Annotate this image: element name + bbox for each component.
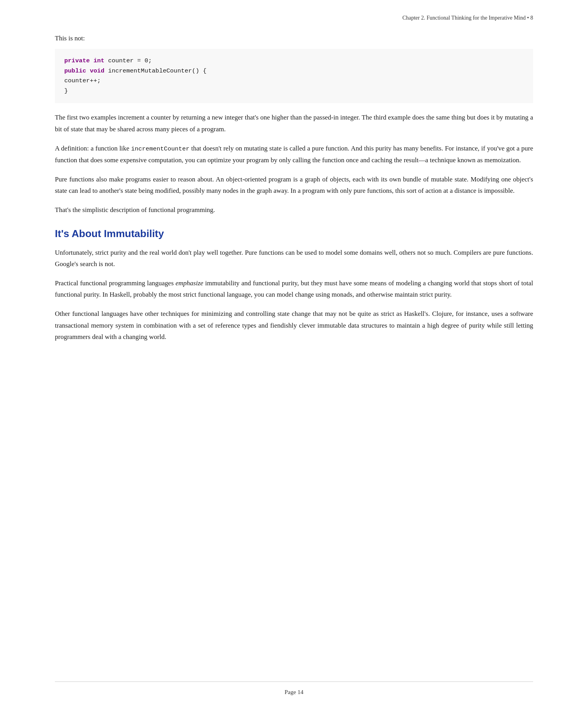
code-line-4: }: [64, 86, 524, 96]
page-header: Chapter 2. Functional Thinking for the I…: [0, 0, 588, 21]
code-line-2: public void incrementMutableCounter() {: [64, 66, 524, 76]
paragraph-4: That's the simplistic description of fun…: [55, 204, 533, 216]
keyword-int: int: [93, 57, 104, 64]
page-container: Chapter 2. Functional Thinking for the I…: [0, 0, 588, 705]
code-line-3: counter++;: [64, 76, 524, 86]
keyword-void: void: [90, 67, 104, 74]
page-footer: Page 14: [55, 681, 533, 705]
keyword-private: private: [64, 57, 90, 64]
code-line-2-rest: incrementMutableCounter() {: [108, 67, 207, 74]
section-paragraph-3: Other functional languages have other te…: [55, 308, 533, 343]
this-is-not-label: This is not:: [55, 33, 533, 43]
paragraph-2: A definition: a function like incrementC…: [55, 143, 533, 166]
section-paragraph-1: Unfortunately, strict purity and the rea…: [55, 247, 533, 270]
paragraph-1: The first two examples increment a count…: [55, 112, 533, 134]
section-heading-immutability: It's About Immutability: [55, 228, 533, 240]
main-content: This is not: private int counter = 0; pu…: [0, 21, 588, 681]
code-block: private int counter = 0; public void inc…: [55, 49, 533, 103]
code-line-1-rest: counter = 0;: [108, 57, 152, 64]
paragraph-3: Pure functions also make programs easier…: [55, 174, 533, 196]
page-number: Page 14: [285, 689, 303, 695]
code-line-1: private int counter = 0;: [64, 56, 524, 66]
chapter-header-text: Chapter 2. Functional Thinking for the I…: [402, 15, 533, 21]
keyword-public: public: [64, 67, 86, 74]
section-paragraph-2: Practical functional programming languag…: [55, 277, 533, 300]
